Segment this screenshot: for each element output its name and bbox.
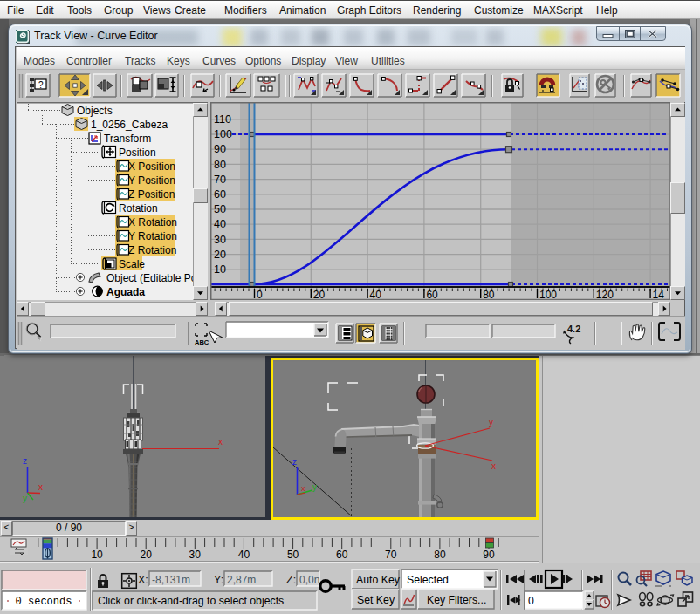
svg-text:Scale: Scale [119, 258, 145, 270]
svg-text:60: 60 [426, 289, 438, 301]
svg-text:y: y [23, 494, 27, 503]
svg-text:Z Rotation: Z Rotation [128, 244, 176, 256]
svg-text:70: 70 [385, 549, 397, 561]
svg-text:x: x [218, 437, 223, 447]
svg-text:Set Key: Set Key [357, 594, 395, 606]
svg-text:x: x [38, 482, 43, 492]
svg-text:20: 20 [214, 249, 226, 261]
svg-text:80: 80 [483, 289, 495, 301]
svg-text:-8,131m: -8,131m [152, 574, 190, 586]
svg-text:Y Position: Y Position [128, 174, 175, 187]
svg-text:0: 0 [528, 595, 534, 607]
svg-text:y: y [489, 418, 493, 427]
svg-text:0,0n: 0,0n [299, 574, 319, 586]
svg-text:110: 110 [214, 113, 231, 126]
svg-text:120: 120 [596, 289, 614, 301]
svg-text:100: 100 [539, 289, 557, 301]
svg-text:Y:: Y: [214, 574, 223, 586]
svg-text:Key Filters...: Key Filters... [427, 594, 486, 606]
svg-text:X Rotation: X Rotation [128, 216, 177, 229]
svg-text:0: 0 [257, 289, 263, 301]
svg-text:70: 70 [214, 174, 226, 186]
svg-text:z: z [292, 457, 297, 467]
svg-text:Position: Position [119, 147, 156, 159]
svg-text:90: 90 [214, 143, 226, 155]
svg-text:x: x [491, 461, 496, 471]
svg-text:Rotation: Rotation [119, 202, 158, 215]
svg-text:80: 80 [214, 159, 226, 171]
svg-text:Z:: Z: [286, 574, 296, 586]
svg-text:Y Rotation: Y Rotation [128, 230, 177, 242]
svg-text:1_0256_Cabeza: 1_0256_Cabeza [91, 119, 168, 131]
svg-text:X Position: X Position [128, 160, 175, 173]
svg-text:10: 10 [214, 263, 226, 276]
svg-text:30: 30 [214, 234, 226, 246]
svg-text:ABC: ABC [195, 338, 209, 346]
svg-text:80: 80 [434, 549, 446, 561]
svg-text:50: 50 [214, 203, 226, 215]
svg-text:Selected: Selected [407, 574, 449, 586]
svg-text:Auto Key: Auto Key [356, 574, 401, 586]
svg-text:20: 20 [313, 289, 326, 301]
svg-text:60: 60 [336, 549, 348, 561]
svg-text:Aguada: Aguada [106, 286, 145, 298]
svg-text:Transform: Transform [104, 133, 151, 145]
svg-text:Click or click-and-drag to sel: Click or click-and-drag to select object… [98, 595, 284, 607]
svg-text:y: y [312, 482, 317, 492]
svg-text:4.2: 4.2 [567, 324, 580, 334]
svg-text:60: 60 [214, 188, 226, 201]
svg-text:10: 10 [91, 549, 103, 561]
svg-text:14: 14 [653, 289, 665, 301]
svg-text:40: 40 [238, 549, 250, 561]
svg-text:100: 100 [214, 128, 232, 140]
svg-text:40: 40 [370, 289, 382, 301]
svg-text:x: x [301, 484, 305, 493]
svg-text:30: 30 [189, 549, 202, 561]
svg-text:Z Position: Z Position [128, 188, 175, 201]
svg-text:40: 40 [214, 218, 226, 230]
svg-text:50: 50 [287, 549, 299, 561]
svg-text:z: z [23, 456, 27, 466]
svg-text:2,87m: 2,87m [227, 574, 256, 586]
svg-text:Objects: Objects [77, 105, 113, 117]
svg-text:90: 90 [483, 549, 495, 561]
svg-text:0 seconds: 0 seconds [16, 596, 72, 608]
svg-text:20: 20 [141, 549, 153, 561]
svg-text:?: ? [38, 80, 44, 90]
svg-text:X:: X: [138, 574, 148, 586]
